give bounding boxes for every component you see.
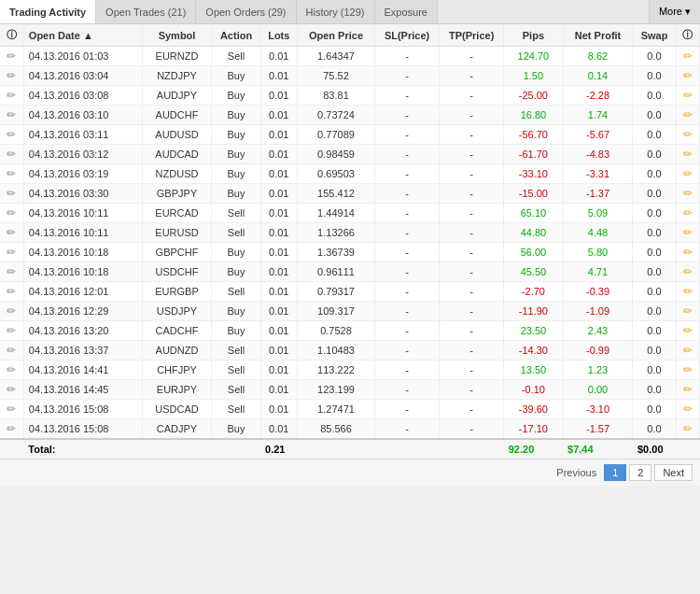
row-tp: - xyxy=(440,321,504,341)
row-edit-icon[interactable]: ✏ xyxy=(0,321,23,341)
row-edit-btn[interactable]: ✏ xyxy=(676,341,699,361)
row-edit-icon[interactable]: ✏ xyxy=(0,419,23,440)
row-edit-icon[interactable]: ✏ xyxy=(0,223,23,243)
row-edit-btn[interactable]: ✏ xyxy=(676,400,699,419)
row-symbol: EURJPY xyxy=(142,380,212,400)
table-row: ✏ 04.13.2016 10:11 EURCAD Sell 0.01 1.44… xyxy=(0,204,700,223)
row-swap: 0.0 xyxy=(633,302,676,321)
row-open-price: 109.317 xyxy=(298,302,375,321)
page-1-button[interactable]: 1 xyxy=(604,464,626,481)
row-edit-icon[interactable]: ✏ xyxy=(0,243,23,262)
row-edit-icon[interactable]: ✏ xyxy=(0,106,23,125)
row-symbol: CADJPY xyxy=(142,419,212,440)
row-pips: 65.10 xyxy=(504,204,563,223)
row-edit-icon[interactable]: ✏ xyxy=(0,341,23,361)
row-swap: 0.0 xyxy=(633,419,676,440)
row-edit-btn[interactable]: ✏ xyxy=(676,302,699,321)
row-edit-btn[interactable]: ✏ xyxy=(676,204,699,223)
row-pips: -17.10 xyxy=(504,419,563,440)
row-action: Sell xyxy=(212,47,260,66)
tab-open-trades[interactable]: Open Trades (21) xyxy=(96,0,196,23)
row-edit-btn[interactable]: ✏ xyxy=(676,321,699,341)
row-lots: 0.01 xyxy=(260,47,297,66)
footer-symbol xyxy=(142,439,212,459)
row-open-price: 0.96111 xyxy=(298,262,375,282)
row-action: Buy xyxy=(212,184,260,204)
row-edit-icon[interactable]: ✏ xyxy=(0,145,23,164)
row-action: Buy xyxy=(212,164,260,184)
row-symbol: AUDCAD xyxy=(142,145,212,164)
row-edit-icon[interactable]: ✏ xyxy=(0,66,23,86)
row-tp: - xyxy=(440,282,504,302)
row-action: Sell xyxy=(212,223,260,243)
next-button[interactable]: Next xyxy=(654,464,693,481)
row-edit-btn[interactable]: ✏ xyxy=(676,66,699,86)
col-pips: Pips xyxy=(504,24,563,47)
row-edit-icon[interactable]: ✏ xyxy=(0,302,23,321)
row-edit-icon[interactable]: ✏ xyxy=(0,282,23,302)
row-swap: 0.0 xyxy=(633,106,676,125)
row-pips: 23.50 xyxy=(504,321,563,341)
row-tp: - xyxy=(440,380,504,400)
row-open-date: 04.13.2016 03:04 xyxy=(23,66,142,86)
row-lots: 0.01 xyxy=(260,361,297,380)
row-action: Buy xyxy=(212,321,260,341)
row-action: Buy xyxy=(212,262,260,282)
col-open-date[interactable]: Open Date ▲ xyxy=(23,24,142,47)
row-edit-btn[interactable]: ✏ xyxy=(676,125,699,145)
row-edit-btn[interactable]: ✏ xyxy=(676,86,699,106)
row-open-price: 1.10483 xyxy=(298,341,375,361)
row-sl: - xyxy=(374,262,439,282)
row-sl: - xyxy=(374,47,439,66)
row-action: Buy xyxy=(212,302,260,321)
row-sl: - xyxy=(374,66,439,86)
row-edit-icon[interactable]: ✏ xyxy=(0,86,23,106)
row-edit-btn[interactable]: ✏ xyxy=(676,262,699,282)
row-edit-icon[interactable]: ✏ xyxy=(0,184,23,204)
row-edit-btn[interactable]: ✏ xyxy=(676,282,699,302)
row-edit-btn[interactable]: ✏ xyxy=(676,419,699,440)
page-2-button[interactable]: 2 xyxy=(629,464,651,481)
row-edit-icon[interactable]: ✏ xyxy=(0,125,23,145)
row-net-profit: -1.09 xyxy=(563,302,633,321)
tab-exposure[interactable]: Exposure xyxy=(375,0,438,23)
row-edit-btn[interactable]: ✏ xyxy=(676,361,699,380)
row-open-date: 04.13.2016 01:03 xyxy=(23,47,142,66)
row-action: Buy xyxy=(212,243,260,262)
tab-history[interactable]: History (129) xyxy=(297,0,375,23)
row-edit-btn[interactable]: ✏ xyxy=(676,380,699,400)
row-edit-icon[interactable]: ✏ xyxy=(0,204,23,223)
row-pips: -15.00 xyxy=(504,184,563,204)
row-lots: 0.01 xyxy=(260,243,297,262)
row-edit-icon[interactable]: ✏ xyxy=(0,361,23,380)
col-net-profit: Net Profit xyxy=(563,24,633,47)
table-container: ⓘ Open Date ▲ Symbol Action Lots Open Pr… xyxy=(0,24,700,459)
row-edit-icon[interactable]: ✏ xyxy=(0,400,23,419)
row-edit-btn[interactable]: ✏ xyxy=(676,47,699,66)
tab-trading-activity[interactable]: Trading Activity xyxy=(0,0,96,23)
row-tp: - xyxy=(440,361,504,380)
more-button[interactable]: More ▾ xyxy=(649,0,700,23)
row-edit-btn[interactable]: ✏ xyxy=(676,145,699,164)
row-edit-btn[interactable]: ✏ xyxy=(676,243,699,262)
row-edit-icon[interactable]: ✏ xyxy=(0,164,23,184)
tab-open-orders[interactable]: Open Orders (29) xyxy=(196,0,296,23)
row-action: Sell xyxy=(212,380,260,400)
footer-edit xyxy=(676,439,699,459)
footer-lots: 0.21 xyxy=(260,439,297,459)
row-lots: 0.01 xyxy=(260,262,297,282)
table-row: ✏ 04.13.2016 12:01 EURGBP Sell 0.01 0.79… xyxy=(0,282,700,302)
row-edit-btn[interactable]: ✏ xyxy=(676,184,699,204)
row-edit-icon[interactable]: ✏ xyxy=(0,380,23,400)
row-edit-icon[interactable]: ✏ xyxy=(0,47,23,66)
row-open-date: 04.13.2016 13:20 xyxy=(23,321,142,341)
row-lots: 0.01 xyxy=(260,302,297,321)
row-edit-btn[interactable]: ✏ xyxy=(676,164,699,184)
row-open-date: 04.13.2016 03:10 xyxy=(23,106,142,125)
row-net-profit: -3.10 xyxy=(563,400,633,419)
row-edit-icon[interactable]: ✏ xyxy=(0,262,23,282)
row-pips: -25.00 xyxy=(504,86,563,106)
row-edit-btn[interactable]: ✏ xyxy=(676,106,699,125)
row-edit-btn[interactable]: ✏ xyxy=(676,223,699,243)
table-row: ✏ 04.13.2016 15:08 CADJPY Buy 0.01 85.56… xyxy=(0,419,700,440)
